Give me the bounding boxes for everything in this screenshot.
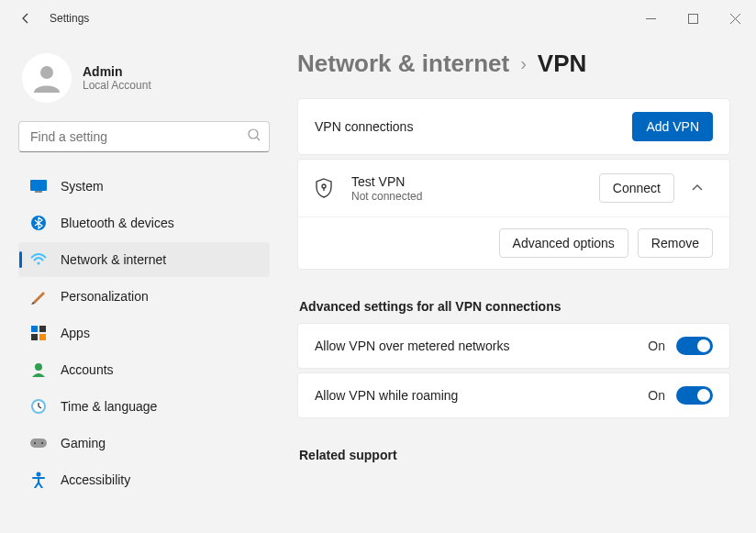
chevron-right-icon: › <box>520 53 527 74</box>
svg-rect-14 <box>30 439 47 448</box>
advanced-section-title: Advanced settings for all VPN connection… <box>299 299 730 314</box>
sidebar-item-label: Gaming <box>61 436 106 450</box>
svg-rect-7 <box>31 326 38 332</box>
related-section-title: Related support <box>299 448 730 462</box>
connection-status: Not connected <box>351 190 599 203</box>
sidebar-item-label: Accessibility <box>61 472 130 487</box>
apps-icon <box>29 324 48 342</box>
search-icon <box>248 128 261 145</box>
advanced-options-button[interactable]: Advanced options <box>499 228 628 258</box>
search-field[interactable] <box>18 121 270 152</box>
sidebar-item-label: Network & internet <box>61 252 166 267</box>
sidebar-item-label: Personalization <box>61 289 149 304</box>
breadcrumb: Network & internet › VPN <box>297 50 730 78</box>
bluetooth-icon <box>29 214 48 232</box>
back-button[interactable] <box>17 9 35 28</box>
sidebar-item-bluetooth[interactable]: Bluetooth & devices <box>18 205 270 240</box>
avatar-icon <box>22 53 72 103</box>
svg-point-17 <box>37 472 41 477</box>
breadcrumb-parent[interactable]: Network & internet <box>297 50 509 78</box>
svg-rect-9 <box>31 334 38 340</box>
metered-toggle[interactable] <box>676 337 713 355</box>
sidebar-item-label: Time & language <box>61 399 157 414</box>
svg-point-15 <box>34 442 36 444</box>
svg-point-6 <box>38 262 40 265</box>
svg-point-1 <box>40 66 53 79</box>
gamepad-icon <box>29 434 48 452</box>
svg-rect-3 <box>30 180 47 191</box>
collapse-button[interactable] <box>682 172 713 204</box>
accessibility-icon <box>29 471 48 489</box>
sidebar-item-label: Bluetooth & devices <box>61 216 174 230</box>
profile-block[interactable]: Admin Local Account <box>18 44 270 121</box>
svg-rect-8 <box>39 326 46 332</box>
profile-name: Admin <box>83 64 151 79</box>
remove-button[interactable]: Remove <box>638 228 713 258</box>
svg-point-16 <box>41 442 43 444</box>
search-input[interactable] <box>18 121 270 152</box>
system-icon <box>29 177 48 195</box>
sidebar-item-system[interactable]: System <box>18 169 270 204</box>
accounts-icon <box>29 361 48 379</box>
svg-rect-10 <box>39 334 46 340</box>
connection-name: Test VPN <box>351 174 599 189</box>
shield-icon <box>315 178 333 198</box>
sidebar-item-apps[interactable]: Apps <box>18 316 270 350</box>
window-title: Settings <box>50 12 89 25</box>
svg-rect-4 <box>35 191 42 193</box>
sidebar-item-personalization[interactable]: Personalization <box>18 279 270 314</box>
sidebar-item-label: Accounts <box>61 362 114 377</box>
wifi-icon <box>29 250 48 269</box>
svg-point-18 <box>322 184 326 188</box>
svg-rect-0 <box>688 14 697 23</box>
svg-point-2 <box>249 129 258 139</box>
add-vpn-button[interactable]: Add VPN <box>632 112 713 141</box>
roaming-label: Allow VPN while roaming <box>315 388 648 403</box>
roaming-state: On <box>648 388 665 403</box>
svg-point-11 <box>35 363 42 371</box>
sidebar-item-label: System <box>61 179 104 194</box>
profile-sub: Local Account <box>83 79 151 92</box>
vpn-connections-title: VPN connections <box>315 119 632 134</box>
clock-icon <box>29 397 48 416</box>
sidebar-item-time[interactable]: Time & language <box>18 389 270 424</box>
brush-icon <box>29 287 48 305</box>
minimize-button[interactable] <box>629 0 672 37</box>
sidebar-item-gaming[interactable]: Gaming <box>18 426 270 461</box>
sidebar: Admin Local Account System Bluetooth & d… <box>0 37 284 533</box>
sidebar-item-accounts[interactable]: Accounts <box>18 352 270 387</box>
maximize-button[interactable] <box>672 0 714 37</box>
roaming-toggle[interactable] <box>676 386 713 405</box>
sidebar-item-label: Apps <box>61 326 90 340</box>
page-title: VPN <box>538 50 586 78</box>
close-button[interactable] <box>714 0 756 37</box>
metered-label: Allow VPN over metered networks <box>315 339 648 353</box>
sidebar-item-accessibility[interactable]: Accessibility <box>18 462 270 497</box>
connect-button[interactable]: Connect <box>599 173 674 203</box>
sidebar-item-network[interactable]: Network & internet <box>18 242 270 277</box>
metered-state: On <box>648 339 665 353</box>
